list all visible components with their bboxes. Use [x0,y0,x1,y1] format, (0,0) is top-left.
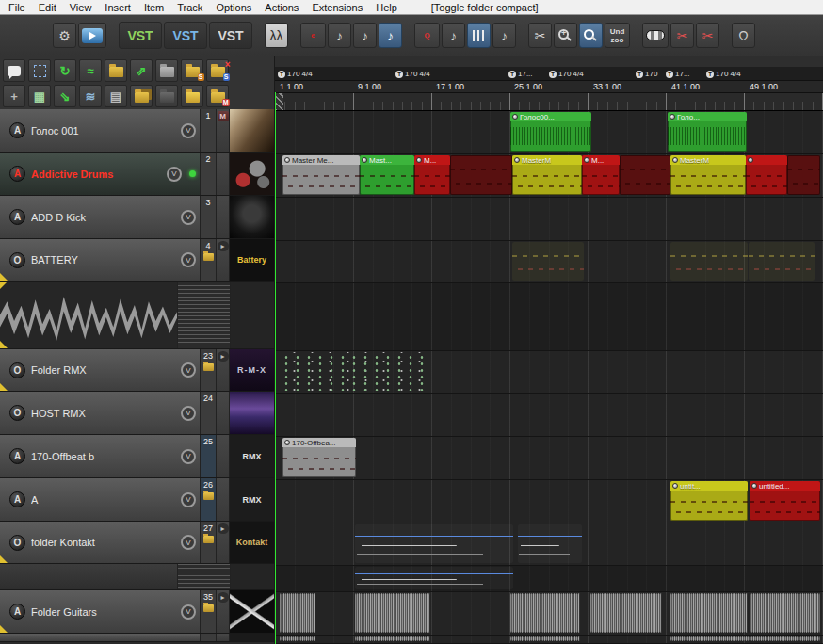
grid-alt-button[interactable]: ▤ [105,85,127,107]
media-item[interactable] [280,593,315,633]
menu-extensions[interactable]: Extensions [305,2,369,13]
track-record-icon[interactable]: A [9,122,25,138]
media-item[interactable] [746,155,787,195]
marquee-select-button[interactable] [28,59,51,82]
media-item[interactable] [280,636,315,641]
media-item[interactable]: Голо... [668,112,747,152]
note-flag-button[interactable]: ♪ [442,23,465,48]
arrange-lane-4[interactable] [275,241,823,283]
media-item[interactable]: MasterM [670,155,746,195]
vst-button-3[interactable]: VST [209,22,252,49]
track-control-35[interactable]: AFolder GuitarsV [0,590,201,633]
volume-knob[interactable]: V [167,167,182,182]
note-input-button-2[interactable]: ♪ [353,23,377,48]
volume-knob[interactable]: V [181,449,196,464]
track-record-icon[interactable]: A [9,166,25,182]
media-item[interactable] [670,242,748,281]
volume-knob[interactable]: V [181,604,196,620]
timeline-ruler[interactable]: 1.1.009.1.0017.1.0025.1.0033.1.0041.1.00… [275,80,823,92]
media-item[interactable] [355,593,430,633]
menu-actions[interactable]: Actions [258,2,305,13]
folder-dark-button[interactable] [155,85,178,107]
split-items-button[interactable]: ✂ [528,23,552,48]
track-control-4[interactable]: OBATTERYV [0,239,201,281]
track-record-icon[interactable]: O [9,535,25,551]
volume-knob[interactable]: V [181,252,196,267]
mute-button[interactable]: M [218,111,229,121]
media-item[interactable]: untit... [670,481,748,521]
video-window-button[interactable] [78,23,106,48]
tempo-marker[interactable]: T17... [666,70,690,78]
media-item[interactable] [355,567,513,589]
arrange-lane-25[interactable]: 170-Offbea... [275,437,823,480]
note-input-button-1[interactable]: ♪ [328,23,351,48]
crosshair-button[interactable]: + [3,85,25,107]
menu-file[interactable]: File [2,2,32,13]
menu-options[interactable]: Options [209,2,258,13]
media-item[interactable] [590,593,662,633]
volume-knob[interactable]: V [181,362,196,378]
media-item[interactable] [510,636,580,641]
vst-button-2[interactable]: VST [164,22,207,49]
menu-view[interactable]: View [63,2,99,13]
loop-toggle-button[interactable]: ↻ [54,59,76,82]
tempo-marker[interactable]: T17... [508,70,533,78]
media-item[interactable] [750,593,820,633]
arrange-lane-spacer[interactable] [275,566,823,592]
track-control-2[interactable]: AAddictive DrumsV [0,153,201,195]
track-control-26[interactable]: AAV [0,478,201,521]
global-settings-button[interactable]: ⚙ [53,23,76,48]
media-item[interactable] [512,242,584,281]
grid-button[interactable]: ▦ [28,85,51,107]
waves-button[interactable]: ≋ [79,85,102,107]
arrange-lane-1[interactable]: Голос00...Голо... [275,111,823,154]
zoom-tool-button[interactable] [579,23,603,48]
track-control-3[interactable]: AADD D KickV [0,196,201,238]
arrange-lane-23[interactable] [275,351,823,394]
media-item[interactable]: MasterM [512,155,582,195]
volume-knob[interactable]: V [181,210,196,225]
pill-toggle-button[interactable] [642,23,669,48]
notes-chat-button[interactable] [3,59,25,82]
media-item[interactable]: Mast... [360,155,414,195]
folders-copy-button[interactable] [130,85,153,107]
media-item[interactable] [518,524,582,563]
folder-save-close-button[interactable]: S× [206,59,229,82]
menu-item[interactable]: Item [137,2,170,13]
note-small-button[interactable]: ♪ [492,23,516,48]
folder-compact-button[interactable]: ▸ [218,523,229,534]
track-record-icon[interactable]: A [9,491,25,507]
note-input-button-3[interactable]: ♪ [379,23,402,48]
media-item[interactable] [670,593,748,633]
folder-mute-button[interactable]: M [206,85,229,107]
volume-knob[interactable]: V [181,535,196,550]
arrange-lane-26[interactable]: untit...untitled... [275,480,823,523]
media-item[interactable]: untitled... [750,481,820,521]
volume-knob[interactable]: V [181,406,196,421]
track-record-icon[interactable]: A [9,209,25,225]
tempo-marker[interactable]: T170 [636,70,657,78]
volume-knob[interactable]: V [181,123,196,138]
performance-meter-button[interactable]: λλ [265,23,288,48]
tempo-marker-ruler[interactable]: T170 4/4T170 4/4T17...T170 4/4T170T17...… [275,68,823,80]
arrange-lane-24[interactable] [275,394,823,437]
media-item[interactable] [355,524,513,563]
media-item[interactable] [450,155,512,195]
arrange-lane-partial[interactable] [275,636,823,644]
snap-magnet-button[interactable]: Ω [732,23,755,48]
menu-track[interactable]: Track [170,2,209,13]
import-media-button[interactable]: ⇘ [54,85,76,107]
media-item[interactable] [355,636,430,641]
tempo-marker[interactable]: T170 4/4 [278,70,313,78]
tempo-marker[interactable]: T170 4/4 [395,70,430,78]
track-control-24[interactable]: OHOST RMXV [0,392,201,434]
media-item[interactable] [510,593,580,633]
vst-button-1[interactable]: VST [119,22,162,49]
media-item[interactable] [620,155,670,195]
tempo-marker[interactable]: T170 4/4 [549,70,584,78]
track-control-25[interactable]: A170-Offbeat bV [0,435,201,477]
track-control-next[interactable] [0,634,201,641]
menu-insert[interactable]: Insert [98,2,137,13]
folder-compact-button[interactable]: ▸ [218,351,229,362]
media-item[interactable] [279,352,431,391]
